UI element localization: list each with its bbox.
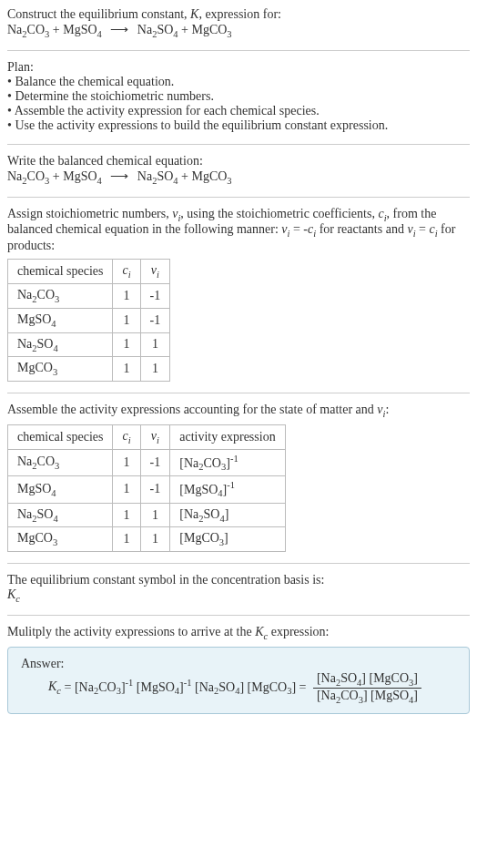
activity-section: Assemble the activity expressions accoun… <box>7 403 470 552</box>
kc-symbol-section: The equilibrium constant symbol in the c… <box>7 573 470 604</box>
col-activity: activity expression <box>170 424 285 449</box>
table-row: Na2SO4 1 1 [Na2SO4] <box>8 503 286 527</box>
cell-species: MgCO3 <box>8 527 113 552</box>
kc-symbol-text: The equilibrium constant symbol in the c… <box>7 573 470 587</box>
fraction-numerator: [Na2SO4] [MgCO3] <box>313 671 421 689</box>
multiply-text: Mulitply the activity expressions to arr… <box>7 625 329 638</box>
cell-species: MgSO4 <box>8 308 113 332</box>
col-ci: ci <box>113 260 140 284</box>
cell-v: -1 <box>140 449 170 475</box>
cell-species: Na2CO3 <box>8 449 113 475</box>
table-row: MgSO4 1 -1 <box>8 308 170 332</box>
cell-v: 1 <box>140 527 170 552</box>
cell-v: -1 <box>140 283 170 308</box>
table-row: Na2CO3 1 -1 <box>8 283 170 308</box>
fraction-denominator: [Na2CO3] [MgSO4] <box>313 689 421 705</box>
plan-bullet-3: • Assemble the activity expression for e… <box>7 104 470 118</box>
col-species: chemical species <box>8 260 113 284</box>
cell-v: 1 <box>140 503 170 527</box>
divider <box>7 144 470 145</box>
cell-c: 1 <box>113 357 140 382</box>
table-header-row: chemical species ci νi activity expressi… <box>8 424 286 449</box>
k-symbol: K <box>190 7 198 21</box>
col-ci: ci <box>113 424 140 449</box>
plan-bullet-1: • Balance the chemical equation. <box>7 75 470 89</box>
plan-bullet-2: • Determine the stoichiometric numbers. <box>7 89 470 104</box>
stoich-table: chemical species ci νi Na2CO3 1 -1 MgSO4… <box>7 259 170 382</box>
cell-activity: [Na2SO4] <box>170 503 285 527</box>
col-vi: νi <box>140 424 170 449</box>
cell-v: 1 <box>140 357 170 382</box>
divider <box>7 50 470 51</box>
table-row: MgCO3 1 1 [MgCO3] <box>8 527 286 552</box>
cell-c: 1 <box>113 332 140 357</box>
stoich-section: Assign stoichiometric numbers, νi, using… <box>7 207 470 383</box>
plan-title: Plan: <box>7 60 470 75</box>
plan-section: Plan: • Balance the chemical equation. •… <box>7 60 470 133</box>
cell-v: -1 <box>140 308 170 332</box>
answer-equation: Kc = [Na2CO3]-1 [MgSO4]-1 [Na2SO4] [MgCO… <box>48 671 456 705</box>
stoich-text: Assign stoichiometric numbers, νi, using… <box>7 207 455 253</box>
fraction: [Na2SO4] [MgCO3] [Na2CO3] [MgSO4] <box>313 671 421 705</box>
cell-activity: [Na2CO3]-1 <box>170 449 285 475</box>
cell-v: -1 <box>140 476 170 503</box>
cell-species: MgSO4 <box>8 476 113 503</box>
cell-activity: [MgSO4]-1 <box>170 476 285 503</box>
table-header-row: chemical species ci νi <box>8 260 170 284</box>
activity-text: Assemble the activity expressions accoun… <box>7 403 389 416</box>
table-row: MgSO4 1 -1 [MgSO4]-1 <box>8 476 286 503</box>
equation-unbalanced: Na2CO3 + MgSO4 ⟶ Na2SO4 + MgCO3 <box>7 23 232 36</box>
table-row: Na2SO4 1 1 <box>8 332 170 357</box>
cell-c: 1 <box>113 476 140 503</box>
cell-species: Na2SO4 <box>8 503 113 527</box>
divider <box>7 563 470 564</box>
cell-species: MgCO3 <box>8 357 113 382</box>
kc-symbol: Kc <box>7 587 470 604</box>
col-vi: νi <box>140 260 170 284</box>
cell-c: 1 <box>113 449 140 475</box>
activity-table: chemical species ci νi activity expressi… <box>7 424 286 552</box>
table-row: MgCO3 1 1 <box>8 357 170 382</box>
cell-v: 1 <box>140 332 170 357</box>
cell-species: Na2SO4 <box>8 332 113 357</box>
col-species: chemical species <box>8 424 113 449</box>
arrow-icon: ⟶ <box>110 23 128 36</box>
answer-label: Answer: <box>21 657 456 671</box>
intro-text-2: , expression for: <box>198 7 281 21</box>
intro-section: Construct the equilibrium constant, K, e… <box>7 7 470 39</box>
cell-c: 1 <box>113 503 140 527</box>
equation-balanced: Na2CO3 + MgSO4 ⟶ Na2SO4 + MgCO3 <box>7 169 232 183</box>
cell-c: 1 <box>113 527 140 552</box>
balanced-section: Write the balanced chemical equation: Na… <box>7 154 470 186</box>
divider <box>7 393 470 393</box>
table-row: Na2CO3 1 -1 [Na2CO3]-1 <box>8 449 286 475</box>
plan-bullet-4: • Use the activity expressions to build … <box>7 118 470 133</box>
arrow-icon: ⟶ <box>110 169 128 183</box>
balanced-title: Write the balanced chemical equation: <box>7 154 470 168</box>
cell-activity: [MgCO3] <box>170 527 285 552</box>
divider <box>7 615 470 616</box>
intro-text-1: Construct the equilibrium constant, <box>7 7 190 21</box>
cell-c: 1 <box>113 283 140 308</box>
divider <box>7 197 470 198</box>
multiply-section: Mulitply the activity expressions to arr… <box>7 625 470 714</box>
cell-c: 1 <box>113 308 140 332</box>
cell-species: Na2CO3 <box>8 283 113 308</box>
answer-box: Answer: Kc = [Na2CO3]-1 [MgSO4]-1 [Na2SO… <box>7 647 470 715</box>
